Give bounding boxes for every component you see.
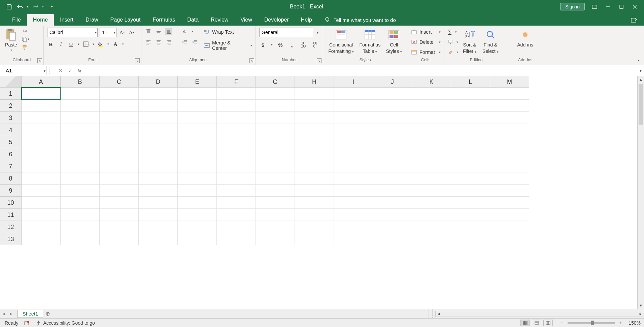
row-header[interactable]: 2 [0,100,22,112]
accounting-format-icon[interactable]: $ [259,41,267,48]
cell[interactable] [334,172,373,185]
cell[interactable] [139,160,178,172]
cell[interactable] [22,209,61,221]
row-header[interactable]: 11 [0,209,22,221]
cell[interactable] [178,88,217,100]
cell[interactable] [490,124,529,136]
cell[interactable] [22,136,61,148]
cell[interactable] [22,197,61,209]
font-color-icon[interactable]: A [112,40,119,48]
cell[interactable] [217,148,256,160]
column-header[interactable]: H [295,76,334,88]
clear-button[interactable]: ▾ [448,48,458,57]
row-header[interactable]: 10 [0,197,22,209]
cell[interactable] [100,185,139,197]
cell[interactable] [61,112,100,124]
cell[interactable] [490,136,529,148]
cell[interactable] [178,221,217,233]
cell[interactable] [373,112,412,124]
sheet-tab-1[interactable]: Sheet1 [18,310,43,318]
cell[interactable] [451,185,490,197]
comma-format-icon[interactable]: , [288,41,296,48]
cell[interactable] [295,112,334,124]
format-cells-button[interactable]: Format▾ [411,48,441,57]
conditional-formatting-button[interactable]: Conditional Formatting ▾ [327,28,355,55]
cell[interactable] [373,197,412,209]
row-header[interactable]: 8 [0,172,22,185]
cell[interactable] [61,185,100,197]
cell[interactable] [373,185,412,197]
cell[interactable] [451,136,490,148]
tell-me-search[interactable]: Tell me what you want to do [318,14,402,26]
increase-decimal-icon[interactable]: .0.00 [300,41,307,48]
cell[interactable] [256,100,295,112]
cell[interactable] [178,209,217,221]
bold-icon[interactable]: B [47,40,55,48]
tab-formulas[interactable]: Formulas [146,14,181,26]
tab-insert[interactable]: Insert [54,14,79,26]
sheet-nav-prev-icon[interactable]: ◄ [0,312,7,316]
scroll-left-icon[interactable]: ◄ [436,312,442,316]
zoom-out-icon[interactable]: − [560,320,563,326]
tab-draw[interactable]: Draw [79,14,104,26]
cell[interactable] [217,209,256,221]
cell[interactable] [256,88,295,100]
cell[interactable] [217,88,256,100]
cell[interactable] [217,233,256,245]
cell[interactable] [22,233,61,245]
sheet-nav-next-icon[interactable]: ► [7,312,15,316]
cell[interactable] [217,197,256,209]
cell[interactable] [139,88,178,100]
cell[interactable] [22,160,61,172]
cell[interactable] [22,185,61,197]
cell[interactable] [100,124,139,136]
cell[interactable] [295,185,334,197]
zoom-slider[interactable] [568,322,615,324]
cell[interactable] [295,88,334,100]
tab-home[interactable]: Home [27,14,54,26]
column-header[interactable]: J [373,76,412,88]
cell[interactable] [61,88,100,100]
column-header[interactable]: B [61,76,100,88]
cell[interactable] [139,136,178,148]
cell[interactable] [256,148,295,160]
column-header[interactable]: I [334,76,373,88]
column-header[interactable]: M [490,76,529,88]
cell[interactable] [451,112,490,124]
scroll-up-icon[interactable]: ▲ [638,76,644,83]
cell[interactable] [139,197,178,209]
insert-cells-button[interactable]: Insert▾ [411,28,441,36]
cell[interactable] [334,233,373,245]
cell[interactable] [334,88,373,100]
cell[interactable] [217,136,256,148]
cell[interactable] [451,221,490,233]
delete-cells-button[interactable]: Delete▾ [411,38,441,46]
cell[interactable] [373,136,412,148]
row-header[interactable]: 1 [0,88,22,100]
macro-recorder-icon[interactable] [24,321,30,325]
fill-color-icon[interactable] [97,40,104,48]
cell[interactable] [412,221,451,233]
cell[interactable] [256,124,295,136]
copy-icon[interactable]: ▾ [21,36,35,42]
cell[interactable] [373,88,412,100]
formula-input[interactable] [84,66,637,75]
cell[interactable] [61,100,100,112]
cell[interactable] [451,124,490,136]
cell[interactable] [295,209,334,221]
row-header[interactable]: 6 [0,148,22,160]
cell[interactable] [178,197,217,209]
cell[interactable] [373,124,412,136]
cell[interactable] [451,100,490,112]
paste-button[interactable]: Paste ▾ [3,28,19,53]
cell[interactable] [412,148,451,160]
cell[interactable] [100,209,139,221]
vertical-scrollbar[interactable]: ▲ ▼ [637,76,644,309]
cell[interactable] [412,88,451,100]
cell[interactable] [100,88,139,100]
alignment-launcher-icon[interactable]: ↘ [249,58,254,63]
cell[interactable] [334,124,373,136]
cell[interactable] [490,148,529,160]
cell[interactable] [178,136,217,148]
cell[interactable] [256,221,295,233]
